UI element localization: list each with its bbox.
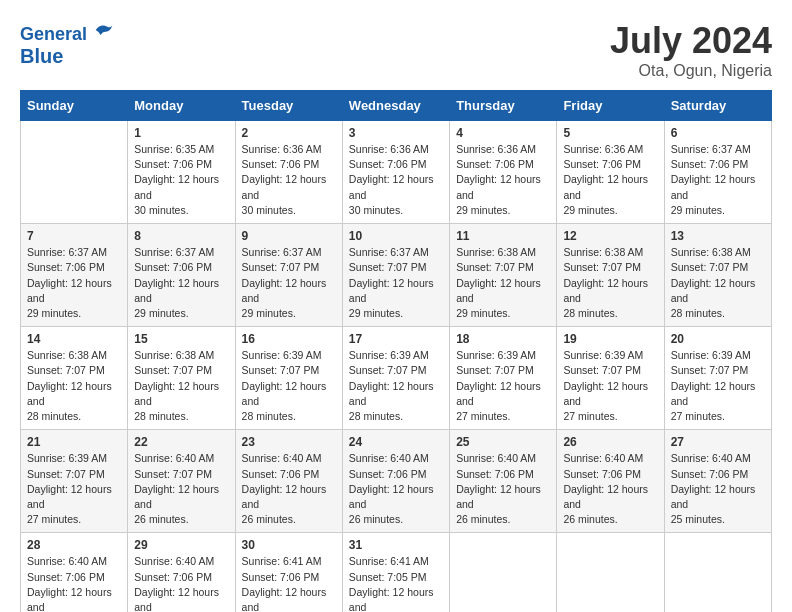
day-info: Sunrise: 6:40 AMSunset: 7:06 PMDaylight:… xyxy=(671,451,765,527)
calendar-cell: 6Sunrise: 6:37 AMSunset: 7:06 PMDaylight… xyxy=(664,121,771,224)
day-info: Sunrise: 6:37 AMSunset: 7:07 PMDaylight:… xyxy=(242,245,336,321)
calendar-week-row: 21Sunrise: 6:39 AMSunset: 7:07 PMDayligh… xyxy=(21,430,772,533)
calendar-cell: 25Sunrise: 6:40 AMSunset: 7:06 PMDayligh… xyxy=(450,430,557,533)
calendar-cell: 9Sunrise: 6:37 AMSunset: 7:07 PMDaylight… xyxy=(235,224,342,327)
calendar-cell: 31Sunrise: 6:41 AMSunset: 7:05 PMDayligh… xyxy=(342,533,449,612)
day-number: 25 xyxy=(456,435,550,449)
calendar-cell: 21Sunrise: 6:39 AMSunset: 7:07 PMDayligh… xyxy=(21,430,128,533)
calendar-cell: 16Sunrise: 6:39 AMSunset: 7:07 PMDayligh… xyxy=(235,327,342,430)
weekday-header-saturday: Saturday xyxy=(664,91,771,121)
day-info: Sunrise: 6:37 AMSunset: 7:06 PMDaylight:… xyxy=(671,142,765,218)
calendar-cell xyxy=(664,533,771,612)
day-number: 1 xyxy=(134,126,228,140)
day-info: Sunrise: 6:38 AMSunset: 7:07 PMDaylight:… xyxy=(671,245,765,321)
day-number: 22 xyxy=(134,435,228,449)
day-number: 13 xyxy=(671,229,765,243)
day-number: 21 xyxy=(27,435,121,449)
day-number: 11 xyxy=(456,229,550,243)
calendar-cell: 18Sunrise: 6:39 AMSunset: 7:07 PMDayligh… xyxy=(450,327,557,430)
day-info: Sunrise: 6:38 AMSunset: 7:07 PMDaylight:… xyxy=(563,245,657,321)
day-number: 8 xyxy=(134,229,228,243)
day-number: 15 xyxy=(134,332,228,346)
day-info: Sunrise: 6:37 AMSunset: 7:07 PMDaylight:… xyxy=(349,245,443,321)
logo-blue: Blue xyxy=(20,45,63,67)
calendar-cell: 19Sunrise: 6:39 AMSunset: 7:07 PMDayligh… xyxy=(557,327,664,430)
calendar-cell: 22Sunrise: 6:40 AMSunset: 7:07 PMDayligh… xyxy=(128,430,235,533)
day-info: Sunrise: 6:40 AMSunset: 7:07 PMDaylight:… xyxy=(134,451,228,527)
weekday-header-tuesday: Tuesday xyxy=(235,91,342,121)
day-info: Sunrise: 6:39 AMSunset: 7:07 PMDaylight:… xyxy=(456,348,550,424)
calendar-cell: 26Sunrise: 6:40 AMSunset: 7:06 PMDayligh… xyxy=(557,430,664,533)
month-year: July 2024 xyxy=(610,20,772,62)
day-number: 19 xyxy=(563,332,657,346)
day-info: Sunrise: 6:40 AMSunset: 7:06 PMDaylight:… xyxy=(349,451,443,527)
calendar-cell: 15Sunrise: 6:38 AMSunset: 7:07 PMDayligh… xyxy=(128,327,235,430)
calendar-cell xyxy=(557,533,664,612)
weekday-header-monday: Monday xyxy=(128,91,235,121)
calendar-cell: 20Sunrise: 6:39 AMSunset: 7:07 PMDayligh… xyxy=(664,327,771,430)
logo-bird-icon xyxy=(94,20,114,40)
logo-general: General xyxy=(20,24,87,44)
day-info: Sunrise: 6:37 AMSunset: 7:06 PMDaylight:… xyxy=(134,245,228,321)
day-number: 23 xyxy=(242,435,336,449)
weekday-header-thursday: Thursday xyxy=(450,91,557,121)
day-info: Sunrise: 6:36 AMSunset: 7:06 PMDaylight:… xyxy=(563,142,657,218)
day-info: Sunrise: 6:39 AMSunset: 7:07 PMDaylight:… xyxy=(349,348,443,424)
calendar-cell: 3Sunrise: 6:36 AMSunset: 7:06 PMDaylight… xyxy=(342,121,449,224)
day-number: 16 xyxy=(242,332,336,346)
day-info: Sunrise: 6:38 AMSunset: 7:07 PMDaylight:… xyxy=(134,348,228,424)
day-number: 27 xyxy=(671,435,765,449)
weekday-header-row: SundayMondayTuesdayWednesdayThursdayFrid… xyxy=(21,91,772,121)
location: Ota, Ogun, Nigeria xyxy=(610,62,772,80)
calendar-cell xyxy=(21,121,128,224)
day-number: 4 xyxy=(456,126,550,140)
day-info: Sunrise: 6:35 AMSunset: 7:06 PMDaylight:… xyxy=(134,142,228,218)
day-number: 6 xyxy=(671,126,765,140)
day-number: 7 xyxy=(27,229,121,243)
day-info: Sunrise: 6:41 AMSunset: 7:06 PMDaylight:… xyxy=(242,554,336,612)
day-number: 26 xyxy=(563,435,657,449)
day-info: Sunrise: 6:38 AMSunset: 7:07 PMDaylight:… xyxy=(456,245,550,321)
calendar-cell: 12Sunrise: 6:38 AMSunset: 7:07 PMDayligh… xyxy=(557,224,664,327)
calendar-week-row: 7Sunrise: 6:37 AMSunset: 7:06 PMDaylight… xyxy=(21,224,772,327)
calendar-cell: 7Sunrise: 6:37 AMSunset: 7:06 PMDaylight… xyxy=(21,224,128,327)
calendar-cell: 13Sunrise: 6:38 AMSunset: 7:07 PMDayligh… xyxy=(664,224,771,327)
calendar-cell: 30Sunrise: 6:41 AMSunset: 7:06 PMDayligh… xyxy=(235,533,342,612)
calendar-cell: 8Sunrise: 6:37 AMSunset: 7:06 PMDaylight… xyxy=(128,224,235,327)
calendar-cell: 2Sunrise: 6:36 AMSunset: 7:06 PMDaylight… xyxy=(235,121,342,224)
day-number: 9 xyxy=(242,229,336,243)
day-number: 5 xyxy=(563,126,657,140)
day-number: 10 xyxy=(349,229,443,243)
day-number: 3 xyxy=(349,126,443,140)
title-area: July 2024 Ota, Ogun, Nigeria xyxy=(610,20,772,80)
calendar-cell: 24Sunrise: 6:40 AMSunset: 7:06 PMDayligh… xyxy=(342,430,449,533)
calendar-cell: 14Sunrise: 6:38 AMSunset: 7:07 PMDayligh… xyxy=(21,327,128,430)
day-info: Sunrise: 6:40 AMSunset: 7:06 PMDaylight:… xyxy=(563,451,657,527)
day-info: Sunrise: 6:39 AMSunset: 7:07 PMDaylight:… xyxy=(27,451,121,527)
day-info: Sunrise: 6:36 AMSunset: 7:06 PMDaylight:… xyxy=(456,142,550,218)
calendar-cell: 17Sunrise: 6:39 AMSunset: 7:07 PMDayligh… xyxy=(342,327,449,430)
calendar-cell: 1Sunrise: 6:35 AMSunset: 7:06 PMDaylight… xyxy=(128,121,235,224)
day-number: 14 xyxy=(27,332,121,346)
day-info: Sunrise: 6:40 AMSunset: 7:06 PMDaylight:… xyxy=(456,451,550,527)
day-info: Sunrise: 6:39 AMSunset: 7:07 PMDaylight:… xyxy=(563,348,657,424)
calendar-week-row: 1Sunrise: 6:35 AMSunset: 7:06 PMDaylight… xyxy=(21,121,772,224)
weekday-header-wednesday: Wednesday xyxy=(342,91,449,121)
day-number: 28 xyxy=(27,538,121,552)
calendar-cell: 23Sunrise: 6:40 AMSunset: 7:06 PMDayligh… xyxy=(235,430,342,533)
day-info: Sunrise: 6:36 AMSunset: 7:06 PMDaylight:… xyxy=(242,142,336,218)
day-info: Sunrise: 6:40 AMSunset: 7:06 PMDaylight:… xyxy=(242,451,336,527)
calendar-cell: 10Sunrise: 6:37 AMSunset: 7:07 PMDayligh… xyxy=(342,224,449,327)
calendar-cell: 11Sunrise: 6:38 AMSunset: 7:07 PMDayligh… xyxy=(450,224,557,327)
day-number: 2 xyxy=(242,126,336,140)
day-info: Sunrise: 6:36 AMSunset: 7:06 PMDaylight:… xyxy=(349,142,443,218)
day-info: Sunrise: 6:40 AMSunset: 7:06 PMDaylight:… xyxy=(27,554,121,612)
day-number: 30 xyxy=(242,538,336,552)
header: General Blue July 2024 Ota, Ogun, Nigeri… xyxy=(20,20,772,80)
day-info: Sunrise: 6:41 AMSunset: 7:05 PMDaylight:… xyxy=(349,554,443,612)
calendar-week-row: 28Sunrise: 6:40 AMSunset: 7:06 PMDayligh… xyxy=(21,533,772,612)
day-number: 18 xyxy=(456,332,550,346)
weekday-header-sunday: Sunday xyxy=(21,91,128,121)
calendar-cell xyxy=(450,533,557,612)
day-number: 29 xyxy=(134,538,228,552)
